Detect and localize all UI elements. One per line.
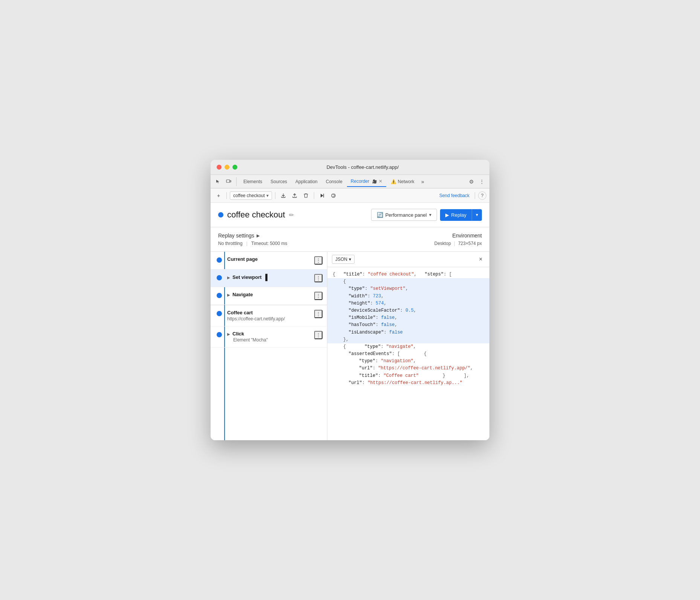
- tabs-list: Elements Sources Application Console Rec…: [240, 176, 467, 187]
- json-close-button[interactable]: ×: [477, 255, 485, 263]
- step-title-click: Click: [232, 331, 244, 337]
- export-button[interactable]: [278, 191, 288, 201]
- environment-section: Environment Desktop | 723×574 px: [434, 233, 482, 246]
- settings-gear-icon[interactable]: ⚙: [467, 177, 476, 186]
- window-title: DevTools - coffee-cart.netlify.app/: [242, 164, 483, 170]
- main-content: Current page ⋮ ▶ Set viewport ▌ ⋮: [211, 252, 489, 440]
- devtools-settings-area: ⚙ ⋮: [467, 177, 486, 186]
- json-format-chevron-icon: ▾: [349, 257, 351, 262]
- recording-header: coffee checkout ✏ 🔄 Performance panel ▾ …: [211, 203, 489, 227]
- step-more-navigate[interactable]: ⋮: [314, 292, 322, 300]
- replay-caret-icon[interactable]: ▾: [472, 209, 482, 220]
- steps-panel: Current page ⋮ ▶ Set viewport ▌ ⋮: [211, 252, 327, 440]
- step-content-current-page: Current page: [227, 256, 314, 263]
- performance-icon: 🔄: [377, 212, 383, 218]
- tab-recorder[interactable]: Recorder 🎥 ✕: [347, 176, 386, 187]
- step-subtitle-click: Element "Mocha": [233, 337, 314, 343]
- expand-icon-click[interactable]: ▶: [227, 332, 230, 336]
- step-button[interactable]: [317, 191, 327, 201]
- json-toolbar: JSON ▾ ×: [327, 252, 489, 267]
- step-current-page[interactable]: Current page ⋮: [211, 252, 327, 269]
- maximize-button[interactable]: [232, 165, 237, 170]
- recorder-toolbar: + coffee checkout ▾: [211, 188, 489, 203]
- record-button[interactable]: [329, 191, 338, 201]
- step-dot-current-page: [217, 257, 222, 263]
- recording-selector[interactable]: coffee checkout ▾: [230, 191, 272, 200]
- warning-icon: ⚠️: [391, 179, 396, 184]
- replay-settings-section: Replay settings ▶ No throttling | Timeou…: [218, 233, 287, 246]
- help-button[interactable]: ?: [478, 191, 486, 200]
- svg-rect-0: [226, 180, 230, 182]
- step-expand-click: ▶ Click: [227, 331, 314, 337]
- recording-title: coffee checkout: [227, 210, 285, 220]
- devtools-tab-bar: Elements Sources Application Console Rec…: [211, 175, 489, 188]
- toolbar-divider-4: [475, 192, 475, 199]
- toolbar-divider-1: [226, 192, 227, 199]
- step-coffee-cart[interactable]: Coffee cart https://coffee-cart.netlify.…: [211, 305, 327, 326]
- import-button[interactable]: [290, 191, 300, 201]
- title-bar: DevTools - coffee-cart.netlify.app/: [211, 160, 489, 175]
- recording-title-area: coffee checkout ✏: [218, 210, 294, 220]
- tab-network[interactable]: ⚠️ Network: [387, 177, 418, 187]
- step-navigate[interactable]: ▶ Navigate ⋮: [211, 287, 327, 305]
- step-title-navigate: Navigate: [232, 292, 253, 297]
- step-title-current-page: Current page: [227, 256, 314, 262]
- step-content-navigate: ▶ Navigate: [227, 292, 314, 298]
- traffic-lights: [217, 165, 237, 170]
- devtools-window: DevTools - coffee-cart.netlify.app/ Elem…: [211, 160, 489, 440]
- tab-elements[interactable]: Elements: [240, 177, 266, 187]
- chevron-down-icon: ▾: [266, 193, 269, 198]
- step-dot-navigate: [217, 293, 222, 298]
- recording-indicator: [218, 212, 223, 217]
- settings-area: Replay settings ▶ No throttling | Timeou…: [211, 227, 489, 252]
- step-more-click[interactable]: ⋮: [314, 331, 322, 339]
- step-subtitle-coffee-cart: https://coffee-cart.netlify.app/: [227, 316, 314, 321]
- settings-separator: |: [246, 241, 248, 246]
- close-button[interactable]: [217, 165, 222, 170]
- step-set-viewport[interactable]: ▶ Set viewport ▌ ⋮: [211, 269, 327, 287]
- step-expand-navigate: ▶ Navigate: [227, 292, 314, 298]
- step-more-current-page[interactable]: ⋮: [314, 256, 322, 265]
- svg-marker-2: [321, 194, 323, 197]
- expand-icon-navigate[interactable]: ▶: [227, 293, 230, 297]
- step-click[interactable]: ▶ Click Element "Mocha" ⋮: [211, 326, 327, 347]
- step-content-viewport: ▶ Set viewport ▌: [227, 274, 314, 281]
- step-more-coffee-cart[interactable]: ⋮: [314, 310, 322, 318]
- device-toolbar-icon[interactable]: [224, 177, 233, 186]
- step-content-click: ▶ Click Element "Mocha": [227, 331, 314, 343]
- step-dot-coffee-cart: [217, 311, 222, 316]
- add-recording-button[interactable]: +: [214, 191, 223, 201]
- tab-console[interactable]: Console: [322, 177, 346, 187]
- json-panel: JSON ▾ × { "title": "coffee checkout", "…: [327, 252, 489, 440]
- step-more-viewport[interactable]: ⋮: [314, 274, 322, 282]
- cursor-icon: ▌: [265, 274, 269, 281]
- step-dot-viewport: [217, 275, 222, 280]
- tab-sources[interactable]: Sources: [267, 177, 291, 187]
- tab-application[interactable]: Application: [292, 177, 321, 187]
- edit-title-icon[interactable]: ✏: [289, 211, 294, 219]
- delete-button[interactable]: [301, 191, 311, 201]
- step-title-viewport: Set viewport: [232, 274, 261, 280]
- step-title-coffee-cart: Coffee cart: [227, 310, 314, 315]
- settings-details: No throttling | Timeout: 5000 ms: [218, 241, 287, 246]
- performance-panel-caret-icon: ▾: [429, 212, 431, 217]
- expand-icon-viewport[interactable]: ▶: [227, 276, 230, 280]
- step-content-coffee-cart: Coffee cart https://coffee-cart.netlify.…: [227, 310, 314, 321]
- json-format-selector[interactable]: JSON ▾: [332, 255, 355, 264]
- toolbar-divider-3: [314, 192, 314, 199]
- tab-close-icon[interactable]: ✕: [379, 179, 382, 184]
- json-content: { "title": "coffee checkout", "steps": […: [327, 267, 489, 440]
- send-feedback-button[interactable]: Send feedback: [437, 192, 472, 199]
- more-tabs-button[interactable]: »: [419, 177, 426, 186]
- more-options-icon[interactable]: ⋮: [477, 177, 486, 186]
- replay-settings-header[interactable]: Replay settings ▶: [218, 233, 287, 239]
- env-separator: |: [454, 241, 455, 246]
- minimize-button[interactable]: [225, 165, 229, 170]
- settings-expand-icon: ▶: [257, 233, 260, 238]
- cursor-tool-icon[interactable]: [214, 177, 223, 186]
- svg-rect-1: [230, 181, 231, 182]
- step-dot-click: [217, 332, 222, 337]
- step-expand-viewport: ▶ Set viewport ▌: [227, 274, 314, 281]
- performance-panel-button[interactable]: 🔄 Performance panel ▾: [371, 209, 437, 221]
- replay-button[interactable]: ▶ Replay ▾: [440, 209, 482, 221]
